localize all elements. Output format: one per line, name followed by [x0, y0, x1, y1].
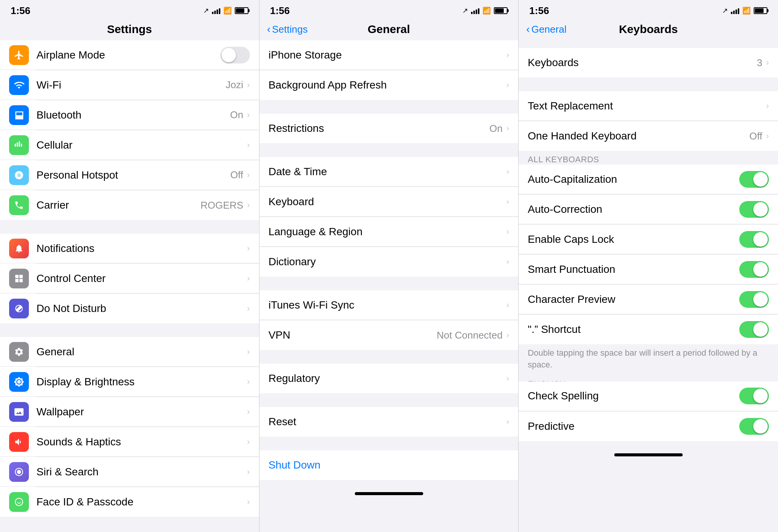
keyboards-count-item[interactable]: Keyboards 3 › — [519, 48, 778, 78]
siri-search-label: Siri & Search — [36, 466, 247, 478]
shutdown-item[interactable]: Shut Down — [259, 450, 519, 480]
do-not-disturb-item[interactable]: Do Not Disturb › — [0, 294, 259, 323]
vpn-item[interactable]: VPN Not Connected › — [259, 320, 519, 350]
regulatory-item[interactable]: Regulatory › — [259, 364, 519, 393]
sounds-haptics-item[interactable]: Sounds & Haptics › — [0, 427, 259, 457]
status-bar-1: 1:56 ↗ 📶 — [0, 0, 259, 20]
check-spelling-item[interactable]: Check Spelling — [519, 382, 778, 411]
restrictions-group: Restrictions On › — [259, 114, 519, 143]
wifi-item[interactable]: Wi-Fi Jozi › — [0, 70, 259, 100]
regulatory-label: Regulatory — [269, 372, 506, 385]
status-icons-1: ↗ 📶 — [203, 6, 248, 15]
auto-capitalization-toggle[interactable] — [739, 171, 769, 188]
keyboards-back-button[interactable]: ‹ General — [526, 23, 566, 35]
face-id-item[interactable]: Face ID & Passcode › — [0, 487, 259, 517]
background-app-refresh-item[interactable]: Background App Refresh › — [259, 70, 519, 100]
keyboards-nav-header: ‹ General Keyboards — [519, 20, 778, 40]
check-spelling-label: Check Spelling — [528, 390, 739, 402]
check-spelling-toggle[interactable] — [739, 388, 769, 404]
do-not-disturb-chevron: › — [247, 304, 250, 314]
itunes-group: iTunes Wi-Fi Sync › VPN Not Connected › — [259, 290, 519, 350]
all-keyboards-group: Auto-Capitalization Auto-Correction Enab… — [519, 165, 778, 344]
itunes-chevron: › — [506, 300, 509, 310]
auto-correction-toggle[interactable] — [739, 201, 769, 218]
carrier-chevron: › — [247, 200, 250, 210]
notifications-chevron: › — [247, 244, 250, 253]
general-item[interactable]: General › — [0, 337, 259, 367]
cellular-chevron: › — [247, 140, 250, 150]
general-top-group: iPhone Storage › Background App Refresh … — [259, 40, 519, 100]
keyboards-content: Keyboards 3 › Text Replacement › One Han… — [519, 40, 778, 532]
restrictions-item[interactable]: Restrictions On › — [259, 114, 519, 143]
keyboards-count-group: Keyboards 3 › — [519, 48, 778, 78]
cellular-item[interactable]: Cellular › — [0, 130, 259, 160]
wallpaper-icon — [9, 402, 29, 422]
control-center-item[interactable]: Control Center › — [0, 264, 259, 293]
keyboard-item[interactable]: Keyboard › — [259, 187, 519, 217]
carrier-item[interactable]: Carrier ROGERS › — [0, 190, 259, 220]
general-label: General — [36, 346, 247, 358]
wallpaper-item[interactable]: Wallpaper › — [0, 397, 259, 427]
predictive-item[interactable]: Predictive — [519, 412, 778, 441]
period-shortcut-item[interactable]: ".” Shortcut — [519, 315, 778, 344]
bluetooth-item[interactable]: ⬓ Bluetooth On › — [0, 100, 259, 130]
signal-bars-3 — [731, 7, 739, 14]
enable-caps-lock-toggle[interactable] — [739, 231, 769, 248]
keyboards-back-label: General — [531, 24, 567, 35]
personal-hotspot-item[interactable]: Personal Hotspot Off › — [0, 160, 259, 190]
keyboards-divider-1 — [519, 78, 778, 91]
date-time-item[interactable]: Date & Time › — [259, 157, 519, 187]
keyboards-panel: 1:56 ↗ 📶 ‹ General Keyboards — [519, 0, 778, 532]
one-handed-keyboard-item[interactable]: One Handed Keyboard Off › — [519, 121, 778, 151]
keyboards-top-divider — [519, 40, 778, 48]
general-icon — [9, 342, 29, 362]
location-icon-3: ↗ — [722, 6, 728, 15]
date-time-chevron: › — [506, 167, 509, 177]
predictive-toggle[interactable] — [739, 418, 769, 435]
display-brightness-item[interactable]: Display & Brightness › — [0, 367, 259, 397]
bluetooth-value: On — [230, 109, 244, 121]
general-divider-3 — [259, 277, 519, 290]
keyboards-count-label: Keyboards — [528, 57, 757, 69]
dictionary-item[interactable]: Dictionary › — [259, 247, 519, 277]
keyboard-chevron: › — [506, 197, 509, 207]
english-group: Check Spelling Predictive — [519, 382, 778, 441]
reset-label: Reset — [269, 416, 506, 428]
general-content: iPhone Storage › Background App Refresh … — [259, 40, 519, 532]
auto-capitalization-item[interactable]: Auto-Capitalization — [519, 165, 778, 194]
back-chevron-general: ‹ — [267, 23, 270, 35]
smart-punctuation-item[interactable]: Smart Punctuation — [519, 255, 778, 284]
settings-nav-header: Settings — [0, 20, 259, 40]
signal-bars-2 — [471, 7, 479, 14]
character-preview-toggle[interactable] — [739, 291, 769, 308]
status-bar-2: 1:56 ↗ 📶 — [259, 0, 519, 20]
bluetooth-icon: ⬓ — [9, 105, 29, 125]
period-shortcut-toggle[interactable] — [739, 321, 769, 338]
text-replacement-chevron: › — [766, 101, 769, 111]
face-id-label: Face ID & Passcode — [36, 496, 247, 508]
enable-caps-lock-item[interactable]: Enable Caps Lock — [519, 225, 778, 254]
one-handed-chevron: › — [766, 131, 769, 141]
itunes-wifi-sync-item[interactable]: iTunes Wi-Fi Sync › — [259, 290, 519, 320]
keyboards-divider-2: ALL KEYBOARDS — [519, 151, 778, 165]
home-indicator-area-3 — [519, 441, 778, 464]
general-back-button[interactable]: ‹ Settings — [267, 23, 308, 35]
character-preview-item[interactable]: Character Preview — [519, 285, 778, 314]
siri-icon — [9, 462, 29, 482]
face-id-icon — [9, 492, 29, 512]
auto-correction-item[interactable]: Auto-Correction — [519, 195, 778, 224]
text-replacement-item[interactable]: Text Replacement › — [519, 91, 778, 121]
iphone-storage-item[interactable]: iPhone Storage › — [259, 40, 519, 70]
restrictions-value: On — [489, 123, 503, 135]
smart-punctuation-toggle[interactable] — [739, 261, 769, 278]
language-region-item[interactable]: Language & Region › — [259, 217, 519, 247]
alerts-group: Notifications › Control Center › — [0, 234, 259, 323]
airplane-mode-item[interactable]: Airplane Mode — [0, 40, 259, 70]
notifications-item[interactable]: Notifications › — [0, 234, 259, 263]
status-time-2: 1:56 — [270, 5, 290, 17]
keyboards-count-chevron: › — [766, 58, 769, 68]
home-indicator-3 — [614, 453, 683, 456]
airplane-mode-toggle[interactable] — [220, 47, 250, 63]
siri-search-item[interactable]: Siri & Search › — [0, 457, 259, 487]
reset-item[interactable]: Reset › — [259, 407, 519, 437]
